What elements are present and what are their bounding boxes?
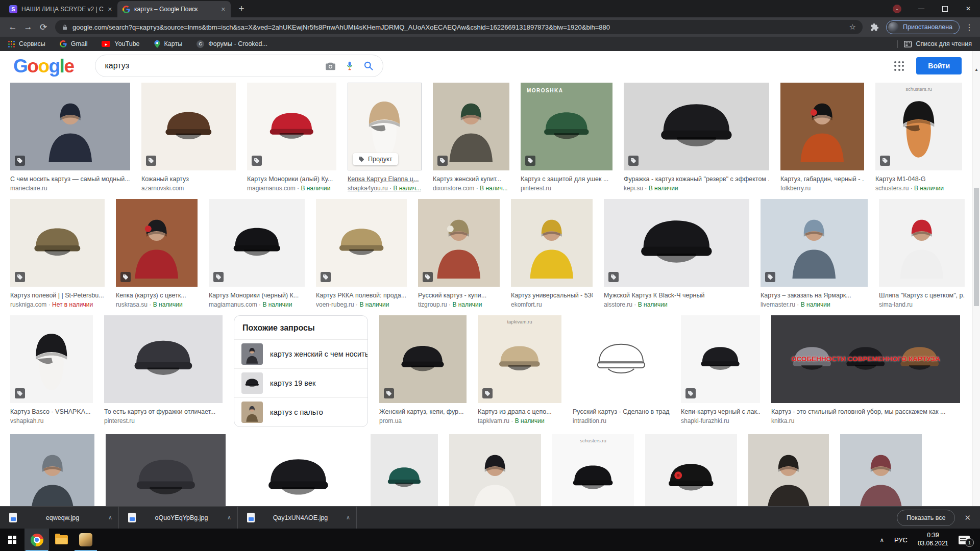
download-menu-chevron-icon[interactable]: ∧	[346, 514, 350, 521]
result-source[interactable]: dixonstore.com · В налич...	[433, 185, 509, 192]
result-thumbnail[interactable]	[573, 315, 670, 403]
image-result[interactable]	[645, 434, 737, 506]
result-title[interactable]: Кепка (картуз) с цветк...	[116, 292, 198, 299]
result-title[interactable]: Картуз Монорики (алый) Ку...	[247, 176, 336, 183]
result-title[interactable]: Кожаный картуз	[141, 176, 236, 183]
image-result[interactable]: schusters.ruКартуз M1-048-Gschusters.ru …	[875, 83, 962, 192]
image-result[interactable]	[371, 434, 438, 506]
result-source[interactable]: vshapkah.ru	[10, 417, 93, 424]
result-title[interactable]: Мужской Картуз К Black-Ч черный	[604, 292, 749, 299]
image-result[interactable]: Русский картуз - Сделано в трад...intrad…	[573, 315, 670, 424]
result-source[interactable]: aisstore.ru · В наличии	[604, 301, 749, 308]
image-result[interactable]: Картуз Монорики (алый) Ку...magiamanus.c…	[247, 83, 336, 192]
bookmark-services[interactable]: Сервисы	[8, 40, 45, 47]
result-source[interactable]: ekomfort.ru	[511, 301, 593, 308]
image-result[interactable]: Фуражка - картуз кожаный "резерв" с эффе…	[624, 83, 769, 192]
result-thumbnail[interactable]: schusters.ru	[875, 83, 962, 170]
url-text[interactable]: google.com/search?q=картуз&source=lnms&t…	[72, 23, 844, 31]
image-result[interactable]: С чем носить картуз — самый модный...mar…	[10, 83, 130, 192]
image-result[interactable]: Картуз полевой | | St-Petersbu...rusknig…	[10, 199, 105, 308]
result-title[interactable]: Картуз женский купит...	[433, 176, 509, 183]
result-thumbnail[interactable]	[10, 315, 93, 403]
image-result[interactable]: Кепка (картуз) с цветк...ruskrasa.su · В…	[116, 199, 198, 308]
result-source[interactable]: kepi.su · В наличии	[624, 185, 769, 192]
result-source[interactable]: voen-rubeg.ru · В наличии	[316, 301, 407, 308]
browser-tab-scryde[interactable]: S НАШИ ЛИЦА SCRYDE v2 | Стран ✕	[4, 1, 117, 17]
image-result[interactable]: Картуз Basco - VSHAPKA...vshapkah.ru	[10, 315, 93, 424]
result-thumbnail[interactable]	[116, 199, 198, 287]
result-thumbnail[interactable]	[681, 315, 760, 403]
image-result[interactable]: ОСОБЕННОСТИ СОВРЕМЕННОГО КАРТУЗАКартуз -…	[771, 315, 960, 424]
result-thumbnail[interactable]	[316, 199, 407, 287]
download-item[interactable]: Qay1xUN4AOE.jpg ∧	[238, 507, 357, 529]
image-result[interactable]: Картуз универсальный - 530 ...ekomfort.r…	[511, 199, 593, 308]
result-thumbnail[interactable]	[371, 434, 438, 506]
result-thumbnail[interactable]	[761, 199, 868, 287]
result-source[interactable]: folkberry.ru	[780, 185, 864, 192]
result-title[interactable]: Картуз M1-048-G	[875, 176, 962, 183]
result-source[interactable]: knitka.ru	[771, 417, 960, 424]
result-title[interactable]: Картуз – заказать на Ярмарк...	[761, 292, 868, 299]
result-thumbnail[interactable]: MOROSHKA	[521, 83, 612, 170]
result-thumbnail[interactable]	[104, 315, 223, 403]
result-thumbnail[interactable]	[247, 83, 336, 170]
result-thumbnail[interactable]	[418, 199, 500, 287]
result-source[interactable]: azarnovski.com	[141, 185, 236, 192]
result-thumbnail[interactable]	[106, 434, 226, 506]
signin-button[interactable]: Войти	[916, 57, 962, 74]
download-filename[interactable]: eqweqw.jpg	[24, 514, 101, 521]
result-source[interactable]: schusters.ru · В наличии	[875, 185, 962, 192]
camera-icon[interactable]	[325, 62, 336, 70]
profile-sync-icon[interactable]: ⌄	[893, 5, 901, 13]
start-button[interactable]	[0, 529, 24, 551]
new-tab-button[interactable]: +	[235, 2, 248, 15]
image-result[interactable]: Картуз Монорики (черный) К...magiamanus.…	[209, 199, 305, 308]
result-source[interactable]: tizgroup.ru · В наличии	[418, 301, 500, 308]
result-source[interactable]: ruskrasa.su · В наличии	[116, 301, 198, 308]
result-title[interactable]: Женский картуз, кепи, фур...	[379, 408, 467, 415]
show-all-downloads-button[interactable]: Показать все	[897, 510, 955, 526]
result-title[interactable]: Русский картуз - Сделано в трад...	[573, 408, 670, 415]
image-result[interactable]: MOROSHKAКартуз с защитой для ушек ...pin…	[521, 83, 612, 192]
result-thumbnail[interactable]	[449, 434, 541, 506]
related-search-item[interactable]: картуз с пальто	[234, 397, 368, 427]
notification-center-icon[interactable]: 1	[959, 536, 970, 544]
tab-close-icon[interactable]: ✕	[108, 6, 112, 13]
bookmark-youtube[interactable]: ▶ YouTube	[102, 40, 139, 47]
tray-expand-icon[interactable]: ∧	[880, 537, 884, 543]
menu-dots-icon[interactable]: ⋮	[964, 22, 975, 32]
result-source[interactable]: pinterest.ru	[104, 417, 223, 424]
result-thumbnail[interactable]: Продукт	[348, 83, 422, 170]
bookmark-maps[interactable]: Карты	[154, 40, 183, 48]
image-result[interactable]	[840, 434, 922, 506]
back-icon[interactable]: ←	[5, 19, 20, 35]
result-thumbnail[interactable]	[645, 434, 737, 506]
result-thumbnail[interactable]: schusters.ru	[552, 434, 634, 506]
image-result[interactable]	[237, 434, 359, 506]
result-thumbnail[interactable]	[511, 199, 593, 287]
result-thumbnail[interactable]	[379, 315, 467, 403]
forward-icon[interactable]: →	[20, 19, 36, 35]
image-result[interactable]: То есть картуз от фуражки отличает...pin…	[104, 315, 223, 424]
image-result[interactable]	[106, 434, 226, 506]
result-thumbnail[interactable]	[209, 199, 305, 287]
image-result[interactable]: ПродуктКепка Картуз Elanna ц...shapka4yo…	[348, 83, 422, 192]
result-thumbnail[interactable]	[879, 199, 965, 287]
result-thumbnail[interactable]	[748, 434, 829, 506]
result-title[interactable]: С чем носить картуз — самый модный...	[10, 176, 130, 183]
result-title[interactable]: Кепка Картуз Elanna ц...	[348, 176, 422, 183]
result-title[interactable]: Картуз Basco - VSHAPKA...	[10, 408, 93, 415]
taskbar-game-button[interactable]	[74, 529, 98, 551]
bookmark-forums[interactable]: C Форумы - Crooked...	[197, 40, 267, 48]
search-query-text[interactable]: картуз	[105, 61, 315, 70]
result-thumbnail[interactable]	[433, 83, 509, 170]
result-title[interactable]: Картуз полевой | | St-Petersbu...	[10, 292, 105, 299]
image-result[interactable]	[10, 434, 94, 506]
reload-icon[interactable]: ⟳	[36, 19, 51, 35]
image-result[interactable]	[748, 434, 829, 506]
maximize-button[interactable]	[933, 0, 957, 17]
related-search-item[interactable]: картуз 19 век	[234, 368, 368, 397]
result-source[interactable]: ruskniga.com · Нет в наличии	[10, 301, 105, 308]
result-source[interactable]: intradition.ru	[573, 417, 670, 424]
download-filename[interactable]: Qay1xUN4AOE.jpg	[262, 514, 339, 521]
